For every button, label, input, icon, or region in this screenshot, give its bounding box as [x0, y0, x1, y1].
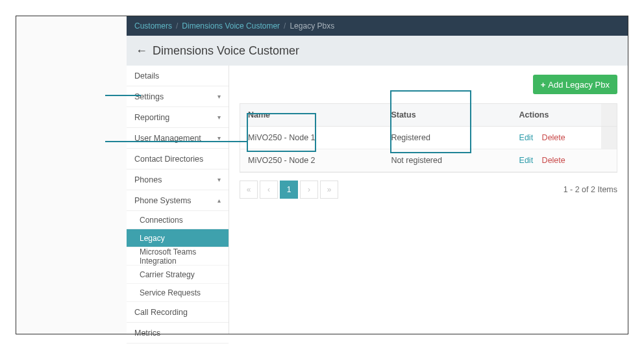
cell-status: Not registered — [383, 149, 511, 172]
add-legacy-pbx-button[interactable]: +Add Legacy Pbx — [533, 75, 617, 94]
sidebar-sub-connections[interactable]: Connections — [127, 211, 229, 229]
sidebar-label: Settings — [134, 92, 164, 101]
left-gutter — [16, 16, 127, 334]
pager-range: 1 - 2 of 2 Items — [564, 185, 617, 194]
sidebar-sub-legacy[interactable]: Legacy — [127, 229, 229, 247]
edit-link[interactable]: Edit — [519, 133, 534, 142]
cell-name: MiVO250 - Node 2 — [240, 149, 383, 172]
sidebar-sub-service-requests[interactable]: Service Requests — [127, 284, 229, 302]
cell-name: MiVO250 - Node 1 — [240, 127, 383, 149]
col-header-name[interactable]: Name — [240, 104, 383, 127]
col-header-actions: Actions — [512, 104, 601, 127]
chevron-down-icon: ▾ — [217, 114, 221, 121]
sidebar-label: Reporting — [134, 113, 169, 122]
pager: « ‹ 1 › » 1 - 2 of 2 Items — [240, 181, 617, 199]
sidebar-item-user-management[interactable]: User Management▾ — [127, 128, 229, 149]
pager-first[interactable]: « — [240, 181, 258, 199]
sidebar-item-reporting[interactable]: Reporting▾ — [127, 107, 229, 128]
breadcrumb-current: Legacy Pbxs — [290, 21, 334, 31]
add-button-label: Add Legacy Pbx — [548, 80, 610, 90]
main-panel: +Add Legacy Pbx Name Status Actions — [229, 66, 628, 334]
breadcrumb-sep-2: / — [284, 21, 286, 31]
pager-prev[interactable]: ‹ — [260, 181, 278, 199]
sidebar-label: Phones — [134, 175, 162, 184]
scrollbar-vertical[interactable] — [601, 127, 617, 149]
annotation-line-settings — [105, 95, 141, 96]
sidebar-item-metrics[interactable]: Metrics — [127, 323, 229, 344]
sidebar-item-phone-systems[interactable]: Phone Systems▴ — [127, 190, 229, 211]
edit-link[interactable]: Edit — [519, 156, 534, 165]
breadcrumb-sep-1: / — [176, 21, 178, 31]
delete-link[interactable]: Delete — [542, 156, 565, 165]
sidebar: Details Settings▾ Reporting▾ User Manage… — [127, 66, 229, 334]
page-title: Dimensions Voice Customer — [153, 44, 299, 58]
sidebar-label: Call Recording — [134, 308, 188, 317]
app-chrome: Customers / Dimensions Voice Customer / … — [127, 16, 628, 334]
cell-actions: Edit Delete — [512, 127, 601, 149]
sidebar-item-phones[interactable]: Phones▾ — [127, 169, 229, 190]
cell-status: Registered — [383, 127, 511, 149]
sidebar-item-contact-directories[interactable]: Contact Directories — [127, 149, 229, 169]
annotation-line-name-col — [105, 141, 247, 142]
pager-next[interactable]: › — [300, 181, 318, 199]
delete-link[interactable]: Delete — [542, 133, 565, 142]
breadcrumb: Customers / Dimensions Voice Customer / … — [127, 16, 628, 36]
chevron-down-icon: ▾ — [217, 93, 221, 100]
breadcrumb-customer[interactable]: Dimensions Voice Customer — [182, 21, 280, 31]
chevron-up-icon: ▴ — [217, 197, 221, 204]
sidebar-item-call-recording[interactable]: Call Recording — [127, 302, 229, 323]
sidebar-label: Details — [134, 71, 159, 81]
pager-page-1[interactable]: 1 — [280, 181, 298, 199]
sidebar-label: Phone Systems — [134, 196, 192, 205]
back-arrow-icon[interactable]: ← — [136, 44, 147, 58]
table-row: MiVO250 - Node 1 Registered Edit Delete — [240, 127, 617, 149]
breadcrumb-customers[interactable]: Customers — [134, 21, 172, 31]
sidebar-sub-carrier-strategy[interactable]: Carrier Strategy — [127, 266, 229, 284]
chevron-down-icon: ▾ — [217, 176, 221, 183]
sidebar-label: Metrics — [134, 329, 160, 338]
scrollbar-vertical[interactable] — [601, 149, 617, 172]
table-row: MiVO250 - Node 2 Not registered Edit Del… — [240, 149, 617, 172]
col-header-status[interactable]: Status — [383, 104, 511, 127]
title-bar: ← Dimensions Voice Customer — [127, 36, 628, 66]
pager-last[interactable]: » — [320, 181, 338, 199]
plus-icon: + — [541, 80, 546, 90]
sidebar-item-settings[interactable]: Settings▾ — [127, 86, 229, 107]
legacy-pbx-table: Name Status Actions MiVO250 - Node 1 Reg… — [240, 103, 617, 173]
scrollbar-vertical[interactable] — [601, 104, 617, 127]
sidebar-label: Contact Directories — [134, 155, 203, 164]
sidebar-item-details[interactable]: Details — [127, 66, 229, 86]
app-frame: Customers / Dimensions Voice Customer / … — [16, 16, 628, 334]
sidebar-sub-teams[interactable]: Microsoft Teams Integration — [127, 247, 229, 266]
cell-actions: Edit Delete — [512, 149, 601, 172]
